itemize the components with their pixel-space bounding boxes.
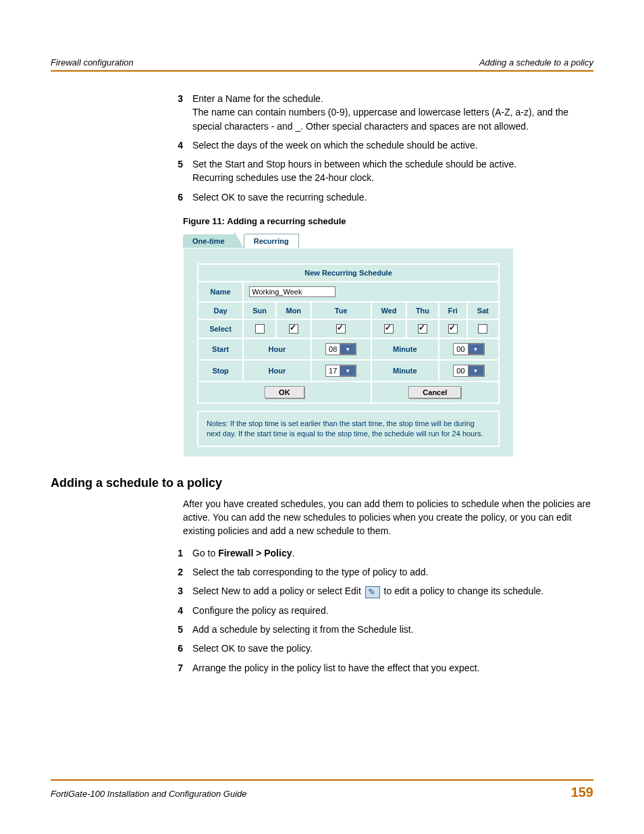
start-minute-select[interactable]: 00 ▼ bbox=[453, 343, 484, 355]
schedule-panel: New Recurring Schedule Name Day Sun Mon … bbox=[183, 248, 514, 457]
step-number: 7 bbox=[159, 661, 192, 675]
figure-caption: Figure 11: Adding a recurring schedule bbox=[183, 216, 593, 226]
step-number: 5 bbox=[159, 623, 192, 636]
step-text: Arrange the policy in the policy list to… bbox=[192, 662, 479, 673]
step-number: 5 bbox=[159, 157, 192, 185]
tab-recurring[interactable]: Recurring bbox=[244, 234, 299, 248]
step-number: 3 bbox=[159, 92, 192, 133]
day-sun: Sun bbox=[243, 302, 276, 319]
notes-text: Notes: If the stop time is set earlier t… bbox=[197, 411, 500, 447]
step-b1: 1 Go to Firewall > Policy. bbox=[159, 546, 593, 560]
checkbox-wed[interactable] bbox=[384, 324, 394, 334]
step-text: Select OK to save the policy. bbox=[192, 643, 313, 654]
panel-title: New Recurring Schedule bbox=[198, 264, 499, 282]
chevron-down-icon: ▼ bbox=[340, 365, 356, 376]
tab-bar: One-time Recurring bbox=[183, 232, 514, 248]
tab-one-time[interactable]: One-time bbox=[183, 234, 234, 248]
step-b7: 7 Arrange the policy in the policy list … bbox=[159, 661, 593, 675]
hour-label: Hour bbox=[243, 360, 311, 382]
chevron-down-icon: ▼ bbox=[468, 365, 484, 376]
header-rule bbox=[51, 70, 593, 72]
step-post: to edit a policy to change its schedule. bbox=[381, 585, 543, 596]
name-input[interactable] bbox=[249, 286, 336, 297]
checkbox-tue[interactable] bbox=[336, 324, 346, 334]
footer-rule bbox=[51, 779, 593, 781]
checkbox-sun[interactable] bbox=[255, 324, 265, 334]
minute-label: Minute bbox=[371, 338, 439, 360]
step-text: Select the tab corresponding to the type… bbox=[192, 567, 428, 577]
ok-button[interactable]: OK bbox=[265, 386, 304, 398]
checkbox-sat[interactable] bbox=[478, 324, 487, 334]
step-b6: 6 Select OK to save the policy. bbox=[159, 642, 593, 655]
checkbox-mon[interactable] bbox=[289, 324, 298, 334]
step-text: Set the Start and Stop hours in between … bbox=[192, 159, 516, 170]
hour-label: Hour bbox=[243, 338, 311, 360]
step-number: 2 bbox=[159, 565, 192, 579]
step-text: Add a schedule by selecting it from the … bbox=[192, 624, 414, 635]
start-minute-value: 00 bbox=[454, 345, 467, 353]
start-label: Start bbox=[198, 338, 243, 360]
stop-minute-value: 00 bbox=[454, 367, 467, 375]
tab-slope bbox=[299, 232, 308, 248]
step-5: 5 Set the Start and Stop hours in betwee… bbox=[159, 157, 593, 185]
step-b5: 5 Add a schedule by selecting it from th… bbox=[159, 623, 593, 636]
step-number: 3 bbox=[159, 584, 192, 598]
day-tue: Tue bbox=[311, 302, 371, 319]
section-intro: After you have created schedules, you ca… bbox=[183, 497, 593, 538]
footer-title: FortiGate-100 Installation and Configura… bbox=[51, 789, 247, 799]
step-pre: Select New to add a policy or select Edi… bbox=[192, 585, 364, 596]
step-b4: 4 Configure the policy as required. bbox=[159, 604, 593, 617]
step-pre: Go to bbox=[192, 548, 218, 558]
checkbox-thu[interactable] bbox=[418, 324, 427, 334]
stop-hour-select[interactable]: 17 ▼ bbox=[325, 365, 356, 377]
day-sat: Sat bbox=[467, 302, 499, 319]
section-heading: Adding a schedule to a policy bbox=[51, 476, 593, 490]
cancel-button[interactable]: Cancel bbox=[408, 386, 461, 398]
step-text: Select OK to save the recurring schedule… bbox=[192, 192, 367, 203]
step-bold: Firewall > Policy bbox=[218, 548, 292, 558]
step-extra: The name can contain numbers (0-9), uppe… bbox=[192, 107, 568, 131]
start-hour-value: 08 bbox=[326, 345, 340, 353]
step-number: 6 bbox=[159, 642, 192, 655]
minute-label: Minute bbox=[371, 360, 439, 382]
start-hour-select[interactable]: 08 ▼ bbox=[325, 343, 356, 355]
step-number: 4 bbox=[159, 138, 192, 152]
page-number: 159 bbox=[571, 785, 593, 800]
step-number: 1 bbox=[159, 546, 192, 560]
day-thu: Thu bbox=[406, 302, 439, 319]
chevron-down-icon: ▼ bbox=[340, 344, 356, 355]
stop-label: Stop bbox=[198, 360, 243, 382]
step-b2: 2 Select the tab corresponding to the ty… bbox=[159, 565, 593, 579]
step-extra: Recurring schedules use the 24-hour cloc… bbox=[192, 172, 374, 183]
name-label: Name bbox=[198, 282, 243, 302]
step-number: 4 bbox=[159, 604, 192, 617]
step-b3: 3 Select New to add a policy or select E… bbox=[159, 584, 593, 598]
step-4: 4 Select the days of the week on which t… bbox=[159, 138, 593, 152]
step-3: 3 Enter a Name for the schedule. The nam… bbox=[159, 92, 593, 133]
chevron-down-icon: ▼ bbox=[468, 344, 484, 355]
day-fri: Fri bbox=[439, 302, 467, 319]
day-wed: Wed bbox=[371, 302, 406, 319]
day-label: Day bbox=[198, 302, 243, 319]
step-text: Enter a Name for the schedule. bbox=[192, 93, 323, 104]
step-6: 6 Select OK to save the recurring schedu… bbox=[159, 190, 593, 204]
header-left: Firewall configuration bbox=[51, 57, 134, 68]
step-text: Configure the policy as required. bbox=[192, 605, 329, 616]
step-post: . bbox=[292, 548, 294, 558]
stop-hour-value: 17 bbox=[326, 367, 340, 375]
stop-minute-select[interactable]: 00 ▼ bbox=[453, 365, 484, 377]
select-label: Select bbox=[198, 319, 243, 338]
step-text: Select the days of the week on which the… bbox=[192, 140, 478, 151]
tab-slope bbox=[234, 232, 244, 248]
checkbox-fri[interactable] bbox=[448, 324, 458, 334]
header-right: Adding a schedule to a policy bbox=[479, 57, 593, 68]
edit-icon bbox=[365, 586, 380, 598]
step-number: 6 bbox=[159, 190, 192, 204]
day-mon: Mon bbox=[276, 302, 311, 319]
